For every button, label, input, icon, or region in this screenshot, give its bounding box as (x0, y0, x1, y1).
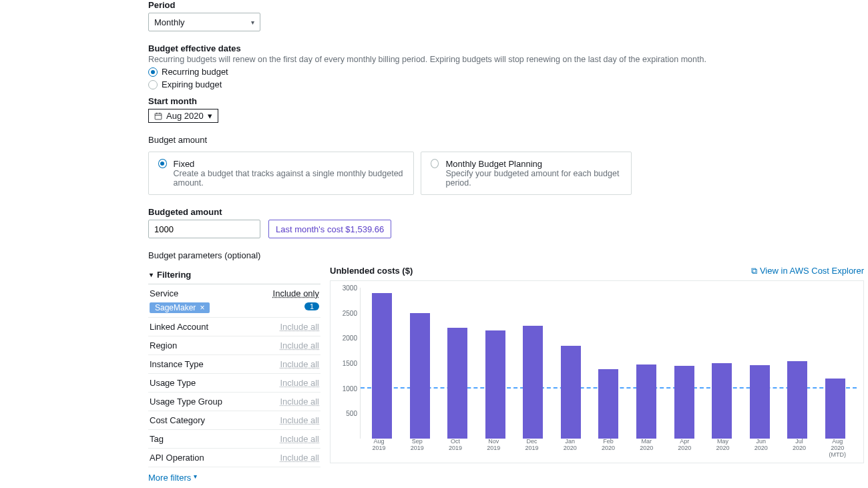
filter-mode[interactable]: Include all (280, 453, 319, 463)
calendar-icon (154, 112, 162, 120)
chart-bar (523, 326, 543, 439)
planning-title: Monthly Budget Planning (445, 159, 622, 169)
filter-row[interactable]: RegionInclude all (148, 336, 320, 355)
fixed-title: Fixed (174, 159, 404, 169)
chart-bar (712, 363, 732, 439)
filter-mode[interactable]: Include all (280, 340, 319, 350)
effective-dates-field: Budget effective dates Recurring budgets… (148, 43, 864, 89)
radio-checked-icon (148, 67, 158, 77)
radio-unchecked-icon (148, 80, 158, 89)
y-axis-tick: 2000 (343, 334, 357, 342)
chart-bar (636, 364, 656, 439)
filter-name-service: Service (150, 288, 178, 298)
x-axis-label: Jan2020 (557, 439, 584, 459)
start-month-field: Start month Aug 2020 ▾ (148, 96, 864, 123)
filter-mode[interactable]: Include all (280, 359, 319, 369)
x-axis-label: Apr2020 (671, 439, 698, 459)
period-select[interactable]: Monthly ▾ (148, 13, 260, 31)
filter-row[interactable]: Usage Type GroupInclude all (148, 393, 320, 411)
fixed-amount-card[interactable]: Fixed Create a budget that tracks agains… (148, 152, 414, 195)
expiring-budget-label: Expiring budget (162, 79, 222, 89)
filter-row[interactable]: TagInclude all (148, 430, 320, 449)
chart-bar (372, 293, 392, 439)
budget-amount-heading: Budget amount (148, 135, 864, 145)
filter-name: Tag (150, 434, 164, 444)
filter-row[interactable]: API OperationInclude all (148, 449, 320, 467)
chevron-down-icon: ▾ (150, 271, 153, 278)
filtering-header[interactable]: ▾ Filtering (148, 266, 320, 284)
effective-dates-desc: Recurring budgets will renew on the firs… (148, 55, 864, 64)
filter-name: Cost Category (150, 415, 205, 425)
fixed-sub: Create a budget that tracks against a si… (174, 169, 404, 188)
filter-row[interactable]: Linked AccountInclude all (148, 318, 320, 336)
chart-bar (561, 346, 581, 439)
recurring-budget-radio[interactable]: Recurring budget (148, 67, 864, 77)
filter-name: API Operation (150, 453, 204, 463)
planning-amount-card[interactable]: Monthly Budget Planning Specify your bud… (421, 152, 632, 195)
x-axis-label: May2020 (710, 439, 736, 459)
period-label: Period (148, 0, 864, 10)
last-month-cost-hint: Last month's cost $1,539.66 (268, 220, 391, 238)
radio-unchecked-icon (431, 159, 439, 168)
budgeted-amount-input[interactable] (148, 220, 260, 238)
svg-rect-0 (155, 113, 162, 119)
explorer-link-label: View in AWS Cost Explorer (760, 266, 864, 276)
y-axis-tick: 2500 (343, 309, 357, 316)
filter-name: Region (150, 340, 177, 350)
filter-mode[interactable]: Include all (280, 434, 319, 444)
filter-mode[interactable]: Include all (280, 322, 319, 332)
filtering-title: Filtering (157, 270, 191, 280)
start-month-label: Start month (148, 96, 864, 106)
chart-title: Unblended costs ($) (330, 266, 413, 276)
cost-chart: 30002500200015001000500 Aug2019Sep2019Oc… (330, 280, 864, 463)
chevron-down-icon: ▾ (251, 19, 254, 26)
chart-bar (447, 328, 467, 439)
x-axis-label: Sep2019 (404, 439, 431, 459)
cost-explorer-link[interactable]: ⧉ View in AWS Cost Explorer (751, 266, 864, 276)
x-axis-label: Jun2020 (748, 439, 775, 459)
period-field: Period Monthly ▾ (148, 0, 864, 31)
filter-name: Instance Type (150, 359, 204, 369)
x-axis-label: Feb2020 (595, 439, 622, 459)
chevron-down-icon: ▾ (208, 111, 212, 121)
x-axis-label: Jul2020 (786, 439, 813, 459)
filter-mode[interactable]: Include all (280, 397, 319, 407)
filter-row[interactable]: Instance TypeInclude all (148, 355, 320, 374)
chart-bar (825, 379, 845, 439)
period-value: Monthly (154, 17, 185, 27)
chart-bar (787, 361, 807, 439)
more-filters-label: More filters (148, 473, 191, 483)
filter-mode[interactable]: Include all (280, 415, 319, 425)
x-axis-label: Dec2019 (518, 439, 545, 459)
chart-bar (485, 330, 505, 439)
filter-name: Linked Account (150, 322, 208, 332)
expiring-budget-radio[interactable]: Expiring budget (148, 79, 864, 89)
y-axis-tick: 500 (346, 410, 357, 417)
close-icon[interactable]: × (200, 303, 204, 312)
chart-bar (674, 366, 694, 439)
filter-mode[interactable]: Include all (280, 378, 319, 388)
filter-name: Usage Type (150, 378, 196, 388)
x-axis-label: Aug2020 (MTD) (824, 439, 851, 459)
filter-name: Usage Type Group (150, 397, 222, 407)
effective-dates-label: Budget effective dates (148, 43, 864, 53)
external-link-icon: ⧉ (751, 266, 757, 276)
chevron-down-icon: ▾ (194, 473, 197, 483)
service-tag-chip[interactable]: SageMaker × (150, 302, 210, 313)
filter-row[interactable]: Cost CategoryInclude all (148, 411, 320, 430)
radio-checked-icon (158, 159, 167, 168)
start-month-picker[interactable]: Aug 2020 ▾ (148, 109, 218, 123)
filter-row-service[interactable]: Service Include only SageMaker × 1 (148, 284, 320, 318)
filter-row[interactable]: Usage TypeInclude all (148, 374, 320, 393)
filter-mode-service[interactable]: Include only (273, 288, 319, 298)
y-axis-tick: 1000 (343, 385, 357, 392)
x-axis-label: Nov2019 (480, 439, 507, 459)
chart-bar (410, 313, 430, 439)
service-filter-count: 1 (304, 302, 319, 310)
start-month-value: Aug 2020 (166, 111, 204, 121)
budgeted-amount-field: Budgeted amount Last month's cost $1,539… (148, 207, 864, 238)
budget-parameters-label: Budget parameters (optional) (148, 250, 864, 260)
more-filters-link[interactable]: More filters ▾ (148, 473, 197, 483)
recurring-budget-label: Recurring budget (162, 67, 228, 77)
chart-bar (750, 365, 770, 439)
